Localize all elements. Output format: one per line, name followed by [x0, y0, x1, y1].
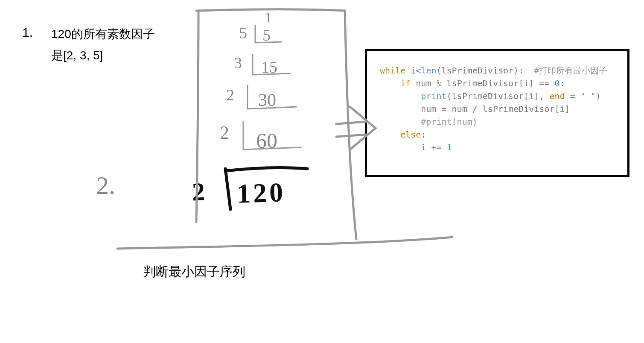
- code-text: i<: [405, 65, 421, 76]
- whiteboard-canvas: { "marker1": "1.", "text_line1": "120的所有…: [0, 0, 644, 343]
- frame-bottom-stroke: [117, 237, 452, 249]
- ladder-divisor-0: 5: [239, 23, 247, 42]
- ladder-divisor-4: 2: [192, 177, 205, 207]
- ladder-value-4: 120: [236, 176, 286, 210]
- ladder-divisor-3: 2: [220, 122, 229, 144]
- code-comment: #打印所有最小因子: [534, 65, 607, 76]
- code-text: ): [596, 91, 601, 101]
- code-text: num = num / lsPrimeDivisor[i]: [421, 104, 570, 114]
- ladder-value-3: 60: [256, 128, 277, 153]
- kw-while: while: [380, 65, 405, 76]
- str-space: " ": [580, 91, 596, 101]
- code-text: :: [421, 129, 426, 140]
- fn-len: len: [421, 65, 436, 76]
- code-content: while i<len(lsPrimeDivisor): #打印所有最小因子 i…: [380, 64, 619, 154]
- fn-print: print: [421, 91, 446, 101]
- arrow-shaft-bottom: [336, 135, 366, 137]
- code-comment: #print(num): [421, 117, 477, 127]
- code-text: (lsPrimeDivisor[i],: [447, 91, 550, 101]
- step-2-marker: 2.: [96, 171, 115, 200]
- kw-else: else: [400, 129, 421, 140]
- lit-zero: 0: [554, 78, 559, 88]
- ladder-value-0: 5: [262, 26, 271, 44]
- code-snippet-box: while i<len(lsPrimeDivisor): #打印所有最小因子 i…: [365, 49, 629, 177]
- ladder-divisor-2: 2: [226, 85, 234, 104]
- kw-if: if: [400, 78, 411, 88]
- ladder-divisor-1: 3: [234, 53, 242, 72]
- step-1-marker: 1.: [22, 23, 33, 41]
- ladder-value-1: 15: [261, 58, 277, 76]
- frame-right-stroke: [345, 11, 356, 239]
- ladder-quotient-top: 1: [265, 9, 272, 26]
- prime-factors-line1: 120的所有素数因子: [51, 26, 155, 42]
- code-text: =: [565, 91, 580, 101]
- code-text: i +=: [421, 142, 446, 152]
- lit-one: 1: [447, 142, 452, 152]
- ladder-value-2: 30: [258, 90, 276, 110]
- prime-factors-line2: 是[2, 3, 5]: [51, 47, 103, 64]
- code-text: num % lsPrimeDivisor[i] ==: [411, 78, 554, 88]
- code-text: (lsPrimeDivisor):: [436, 65, 534, 76]
- caption-text: 判断最小因子序列: [143, 263, 245, 281]
- kw-end: end: [549, 91, 565, 101]
- code-text: :: [559, 78, 565, 88]
- arrow-shaft-top: [336, 122, 366, 124]
